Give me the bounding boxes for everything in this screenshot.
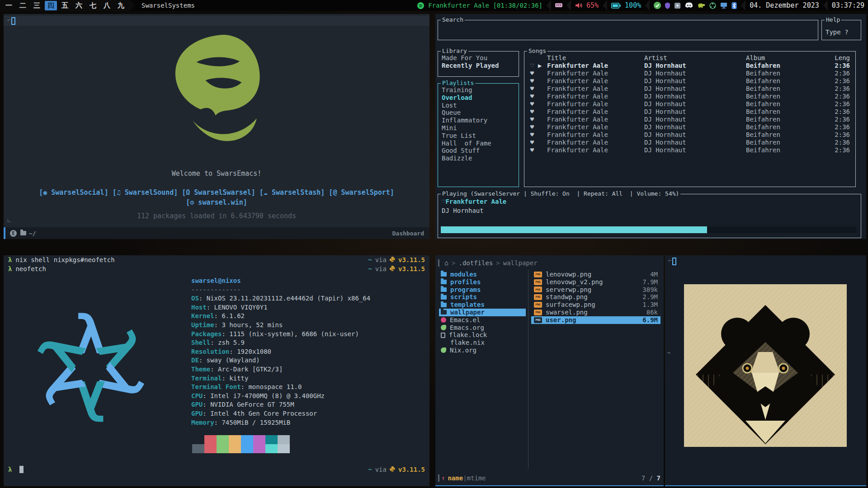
like-heart-icon[interactable]: ♥ xyxy=(526,123,538,131)
spotify-icon[interactable] xyxy=(417,2,424,9)
breadcrumb-parent[interactable]: .dotfiles xyxy=(458,259,493,267)
song-row[interactable]: ♥ Frankfurter Aale DJ Hornhaut Beifahren… xyxy=(526,116,854,123)
file-row[interactable]: Emacs.org xyxy=(439,324,526,332)
window-corner-mark: ∟ xyxy=(7,217,11,224)
song-row[interactable]: ♥ Frankfurter Aale DJ Hornhaut Beifahren… xyxy=(526,146,854,154)
file-row[interactable]: PNG user.png 6.9M xyxy=(531,316,660,324)
shell-prompt[interactable]: λ xyxy=(8,466,24,473)
like-heart-icon[interactable]: ♥ xyxy=(526,116,538,123)
package-icon[interactable] xyxy=(674,2,681,9)
dashboard-link[interactable]: [@ SwarselSport] xyxy=(329,188,394,197)
playlist-item[interactable]: Good Stuff xyxy=(442,147,517,155)
breadcrumb[interactable]: ⌂ > .dotfiles > wallpaper xyxy=(438,259,538,267)
turtle-icon[interactable] xyxy=(697,3,705,8)
song-row[interactable]: ♥ Frankfurter Aale DJ Hornhaut Beifahren… xyxy=(526,131,854,139)
workspace-button[interactable]: 二 xyxy=(17,1,29,10)
like-heart-icon[interactable]: ♥ xyxy=(526,93,538,100)
playlist-item[interactable]: Mini xyxy=(442,124,517,132)
song-row[interactable]: ♥ Frankfurter Aale DJ Hornhaut Beifahren… xyxy=(526,93,854,100)
like-heart-icon[interactable]: ♥ xyxy=(526,85,538,93)
song-row[interactable]: ♡ ▶ Frankfurter Aale DJ Hornhaut Beifahr… xyxy=(526,62,854,70)
workspace-button[interactable]: 四 xyxy=(45,1,57,10)
playlist-item[interactable]: Lost xyxy=(442,102,517,109)
file-row[interactable]: programs xyxy=(439,286,526,294)
like-heart-icon[interactable]: ♥ xyxy=(526,139,538,146)
playlist-item[interactable]: Hall of Fame xyxy=(442,140,517,147)
dashboard-link[interactable]: [♫ SwarselSound] xyxy=(113,188,182,197)
like-heart-icon[interactable]: ♥ xyxy=(526,131,538,139)
library-panel: Library Made For YouRecently Played xyxy=(438,51,519,77)
song-row[interactable]: ♥ Frankfurter Aale DJ Hornhaut Beifahren… xyxy=(526,85,854,93)
breadcrumb-current[interactable]: wallpaper xyxy=(503,259,538,267)
like-heart-icon[interactable]: ♥ xyxy=(526,146,538,154)
song-row[interactable]: ♥ Frankfurter Aale DJ Hornhaut Beifahren… xyxy=(526,108,854,116)
file-row[interactable]: Nix.org xyxy=(439,347,526,354)
song-row[interactable]: ♥ Frankfurter Aale DJ Hornhaut Beifahren… xyxy=(526,100,854,108)
file-row[interactable]: PNG swarsel.png 86k xyxy=(531,309,660,316)
song-length: 2:36 xyxy=(826,139,853,146)
like-heart-icon[interactable]: ♡ xyxy=(526,62,538,70)
playlist-item[interactable]: True List xyxy=(442,132,517,140)
file-row[interactable]: scripts xyxy=(439,293,526,301)
workspace-button[interactable]: 八 xyxy=(101,1,113,10)
playlist-item[interactable]: Overload xyxy=(442,94,517,102)
library-item[interactable]: Recently Played xyxy=(442,62,517,70)
song-row[interactable]: ♥ Frankfurter Aale DJ Hornhaut Beifahren… xyxy=(526,70,854,77)
shield-icon[interactable] xyxy=(665,2,670,9)
swarsel-win-link[interactable]: [⚙ swarsel.win] xyxy=(186,198,247,206)
dashboard-link[interactable]: [☁ SwarselStash] xyxy=(259,188,329,197)
battery-icon[interactable] xyxy=(611,3,621,9)
workspace-button[interactable]: 一 xyxy=(3,1,15,10)
playlist-item[interactable]: Training xyxy=(442,86,517,94)
seek-bar[interactable] xyxy=(441,226,857,233)
workspace-button[interactable]: 九 xyxy=(115,1,127,10)
parent-directory-list: modules profiles programs scripts xyxy=(439,271,526,354)
song-row[interactable]: ♥ Frankfurter Aale DJ Hornhaut Beifahren… xyxy=(526,77,854,85)
file-row[interactable]: wallpaper xyxy=(439,309,526,316)
file-row[interactable]: PNG lenovowp_v2.png 7.9M xyxy=(531,278,660,286)
file-row[interactable]: flake.lock xyxy=(439,331,526,339)
file-row[interactable]: PNG surfacewp.png 1.3M xyxy=(531,301,660,309)
like-heart-icon[interactable]: ♥ xyxy=(526,77,538,85)
like-heart-icon[interactable]: ♥ xyxy=(526,108,538,116)
file-row[interactable]: PNG lenovowp.png 4M xyxy=(531,271,660,278)
workspace-button[interactable]: 五 xyxy=(59,1,71,10)
sort-ascending-icon[interactable]: ↑ xyxy=(441,474,445,482)
file-row[interactable]: flake.nix xyxy=(439,339,526,347)
song-row[interactable]: ♥ Frankfurter Aale DJ Hornhaut Beifahren… xyxy=(526,123,854,131)
updates-check-icon[interactable] xyxy=(654,2,661,9)
dashboard-link[interactable]: [◉ SwarselSocial] xyxy=(39,188,113,197)
file-row[interactable]: PNG serverwp.png 389k xyxy=(531,286,660,294)
volume-icon[interactable] xyxy=(575,2,582,9)
sort-alt-key[interactable]: mtime xyxy=(467,474,486,482)
playlist-item[interactable]: Badizzle xyxy=(442,155,517,162)
discord-icon[interactable] xyxy=(685,2,693,9)
home-icon[interactable]: ⌂ xyxy=(444,259,448,267)
file-row[interactable]: PNG standwp.png 2.9M xyxy=(531,293,660,301)
playlist-item[interactable]: Inflammatory xyxy=(442,117,517,124)
library-item[interactable]: Made For You xyxy=(442,54,517,62)
file-row[interactable]: Emacs.el xyxy=(439,316,526,324)
workspace-button[interactable]: 七 xyxy=(87,1,99,10)
emacs-badge-icon: E xyxy=(10,230,17,237)
file-type-icon xyxy=(441,287,447,292)
workspace-button[interactable]: 六 xyxy=(73,1,85,10)
now-playing-text[interactable]: Frankfurter Aale [01:38/02:36] xyxy=(428,2,542,9)
syncthing-icon[interactable] xyxy=(709,2,716,9)
bluetooth-icon[interactable] xyxy=(731,2,737,9)
network-monitor-icon[interactable] xyxy=(720,2,727,9)
like-heart-icon[interactable]: ♥ xyxy=(526,70,538,77)
file-row[interactable]: profiles xyxy=(439,278,526,286)
song-row[interactable]: ♥ Frankfurter Aale DJ Hornhaut Beifahren… xyxy=(526,139,854,146)
playlist-item[interactable]: Queue xyxy=(442,109,517,117)
keyboard-icon[interactable] xyxy=(555,3,562,8)
file-row[interactable]: templates xyxy=(439,301,526,309)
workspace-button[interactable]: 三 xyxy=(31,1,43,10)
dashboard-link[interactable]: [Ω SwarselSwarsel] xyxy=(182,188,259,197)
like-heart-icon[interactable]: ♥ xyxy=(526,100,538,108)
sort-key[interactable]: name xyxy=(448,474,463,482)
song-album: Beifahren xyxy=(746,77,826,85)
play-indicator-icon xyxy=(538,93,547,100)
search-input[interactable]: Search xyxy=(438,20,818,40)
file-row[interactable]: modules xyxy=(439,271,526,278)
